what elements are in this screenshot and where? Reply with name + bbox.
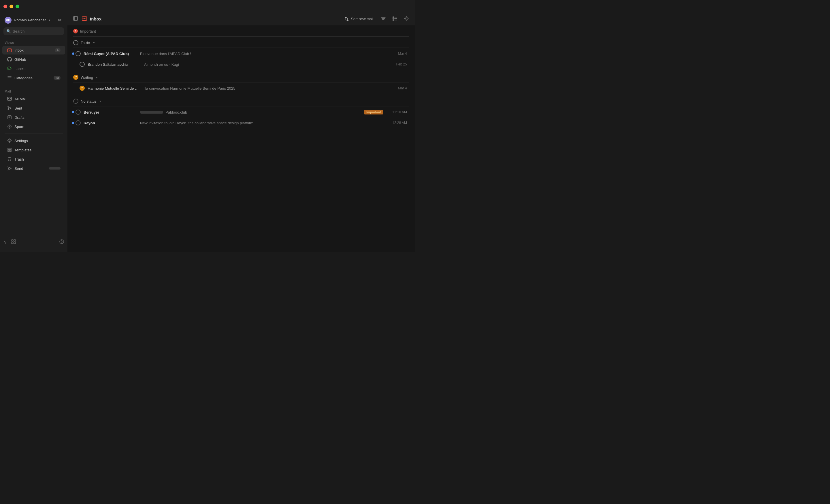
sidebar-item-drafts[interactable]: Drafts bbox=[2, 113, 65, 122]
header-actions: Sort new mail bbox=[342, 15, 410, 23]
sidebar-item-sent[interactable]: Sent bbox=[2, 104, 65, 113]
sidebar-item-settings[interactable]: Settings bbox=[2, 136, 65, 145]
svg-rect-19 bbox=[73, 17, 77, 21]
blur-block bbox=[140, 111, 163, 114]
sidebar-item-labels[interactable]: Labels bbox=[2, 64, 65, 73]
inbox-badge: 4 bbox=[55, 48, 61, 52]
svg-rect-13 bbox=[11, 240, 13, 241]
list-icon bbox=[392, 16, 397, 21]
sidebar-item-github[interactable]: GitHub bbox=[2, 55, 65, 64]
table-row[interactable]: Rayon New invitation to join Rayon, the … bbox=[70, 118, 413, 128]
waiting-section: ⏱ Waiting ▾ ⏱ Harmonie Mutuelle Semi de … bbox=[67, 72, 415, 93]
spam-label: Spam bbox=[14, 125, 61, 129]
sidebar-header: RP Romain Penchenat ▾ ✏ bbox=[0, 13, 67, 26]
svg-rect-11 bbox=[8, 150, 9, 152]
chevron-down-icon: ▾ bbox=[49, 19, 50, 22]
table-row[interactable]: Rémi Guyot (AiPAD Club) Bienvenue dans l… bbox=[70, 49, 413, 59]
mail-date: 11:10 AM bbox=[387, 110, 407, 114]
search-bar[interactable]: 🔍 bbox=[3, 27, 64, 35]
categories-label: Categories bbox=[14, 76, 51, 80]
todo-chevron-icon[interactable]: ▾ bbox=[93, 41, 95, 45]
user-info[interactable]: RP Romain Penchenat ▾ bbox=[5, 17, 50, 24]
mail-date: Mar 4 bbox=[387, 86, 407, 90]
search-icon: 🔍 bbox=[6, 29, 11, 33]
notion-icon-button[interactable]: N bbox=[2, 238, 8, 246]
table-row[interactable]: ⏱ Harmonie Mutuelle Semi de Paris Ta con… bbox=[70, 83, 413, 93]
sidebar-item-trash[interactable]: Trash bbox=[2, 155, 65, 163]
trash-label: Trash bbox=[14, 157, 61, 161]
svg-point-31 bbox=[406, 18, 407, 19]
sidebar-item-allmail[interactable]: All Mail bbox=[2, 95, 65, 103]
close-button[interactable] bbox=[3, 5, 7, 8]
sidebar-item-spam[interactable]: Spam bbox=[2, 122, 65, 131]
mail-date: Mar 4 bbox=[387, 52, 407, 56]
sidebar-item-categories[interactable]: Categories 10 bbox=[2, 73, 65, 82]
drafts-icon bbox=[7, 115, 12, 120]
labels-label: Labels bbox=[14, 67, 61, 71]
nostatus-chevron-icon[interactable]: ▾ bbox=[99, 99, 101, 103]
divider-todo bbox=[73, 48, 409, 48]
todo-section-icon bbox=[73, 40, 78, 45]
footer-icons: N bbox=[2, 238, 17, 246]
drafts-label: Drafts bbox=[14, 115, 61, 120]
sidebar-item-templates[interactable]: Templates bbox=[2, 146, 65, 154]
grid-icon bbox=[11, 239, 16, 244]
mail-date: Feb 25 bbox=[387, 62, 407, 66]
mail-sender: Rémi Guyot (AiPAD Club) bbox=[84, 52, 135, 56]
traffic-lights bbox=[3, 5, 19, 8]
page-title: Inbox bbox=[90, 17, 101, 21]
labels-icon bbox=[7, 66, 12, 71]
maximize-button[interactable] bbox=[15, 5, 19, 8]
divider-waiting bbox=[73, 82, 409, 83]
unread-dot bbox=[72, 122, 74, 124]
svg-point-18 bbox=[61, 243, 62, 243]
mail-sender: Brandon Saltalamacchia bbox=[88, 62, 139, 67]
mail-sender: Berruyer bbox=[84, 110, 135, 115]
content-area: Inbox Sort new mail bbox=[67, 13, 415, 252]
send-icon bbox=[7, 166, 12, 171]
mail-status-todo-icon bbox=[79, 62, 85, 67]
list-view-button[interactable] bbox=[391, 15, 399, 23]
mail-status-todo-icon bbox=[75, 51, 81, 56]
waiting-section-icon: ⏱ bbox=[73, 75, 78, 80]
sort-new-mail-button[interactable]: Sort new mail bbox=[342, 15, 376, 23]
svg-rect-27 bbox=[393, 20, 394, 21]
nostatus-section: No status ▾ Berruyer Pablooo.club Import… bbox=[67, 96, 415, 128]
inbox-label: Inbox bbox=[14, 48, 53, 53]
trash-icon bbox=[7, 157, 12, 162]
waiting-section-header: ⏱ Waiting ▾ bbox=[67, 72, 415, 82]
important-badge: Important bbox=[364, 110, 383, 115]
search-input[interactable] bbox=[13, 29, 61, 33]
allmail-label: All Mail bbox=[14, 97, 61, 101]
nostatus-section-title: No status bbox=[81, 99, 97, 103]
svg-rect-12 bbox=[10, 150, 11, 152]
templates-label: Templates bbox=[14, 148, 61, 152]
table-row[interactable]: Brandon Saltalamacchia A month on us - K… bbox=[70, 59, 413, 69]
mail-section-label: Mail bbox=[0, 87, 67, 94]
mail-subject: New invitation to join Rayon, the collab… bbox=[135, 121, 387, 125]
divider-nostatus bbox=[73, 106, 409, 106]
help-button[interactable] bbox=[58, 238, 65, 246]
filter-button[interactable] bbox=[379, 15, 387, 23]
categories-icon bbox=[7, 75, 12, 81]
filter-icon bbox=[381, 16, 386, 21]
grid-icon-button[interactable] bbox=[10, 238, 17, 246]
settings-header-button[interactable] bbox=[402, 15, 410, 23]
compose-button[interactable]: ✏ bbox=[57, 16, 63, 24]
waiting-chevron-icon[interactable]: ▾ bbox=[96, 75, 98, 79]
settings-label: Settings bbox=[14, 139, 61, 143]
important-section: ! Important bbox=[67, 25, 415, 36]
svg-rect-5 bbox=[7, 97, 11, 100]
sidebar-item-inbox[interactable]: Inbox 4 bbox=[2, 46, 65, 55]
table-row[interactable]: Berruyer Pablooo.club Important 11:10 AM bbox=[70, 107, 413, 117]
sidebar-toggle-button[interactable] bbox=[72, 15, 79, 23]
inbox-icon-red bbox=[82, 16, 87, 22]
sidebar-item-send[interactable]: Send bbox=[2, 164, 65, 173]
sidebar-divider-2 bbox=[5, 133, 63, 134]
minimize-button[interactable] bbox=[9, 5, 13, 8]
send-progress bbox=[49, 167, 61, 169]
sidebar-footer: N bbox=[0, 236, 67, 249]
user-name: Romain Penchenat bbox=[14, 18, 46, 22]
todo-section-title: To-do bbox=[81, 41, 90, 45]
allmail-icon bbox=[7, 96, 12, 101]
